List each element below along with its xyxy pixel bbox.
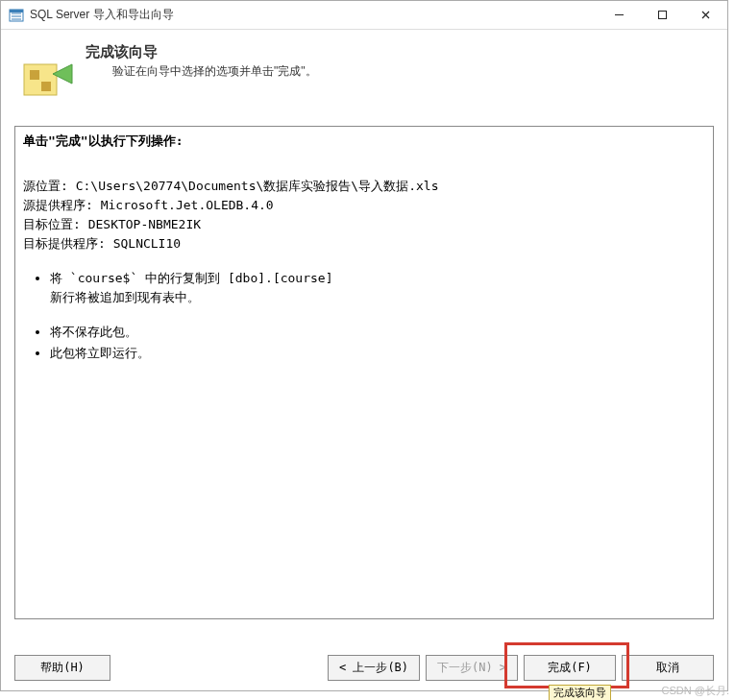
content-border-wrap: 单击"完成"以执行下列操作: 源位置: C:\Users\20774\Docum… (14, 126, 714, 619)
back-button[interactable]: < 上一步(B) (328, 655, 420, 681)
wizard-icon (16, 43, 74, 101)
svg-rect-5 (41, 82, 51, 91)
copy-action: 将 `course$` 中的行复制到 [dbo].[course] (50, 271, 333, 285)
close-button[interactable] (684, 1, 727, 30)
list-item: 此包将立即运行。 (50, 344, 705, 363)
watermark: CSDN @长月. (662, 684, 729, 698)
button-row: 帮助(H) < 上一步(B) 下一步(N) > 完成(F) 取消 (1, 655, 727, 681)
summary-copy-list: 将 `course$` 中的行复制到 [dbo].[course] 新行将被追加… (23, 269, 705, 307)
cancel-button[interactable]: 取消 (622, 655, 714, 681)
help-button[interactable]: 帮助(H) (14, 655, 110, 681)
window-controls (598, 1, 727, 30)
list-item: 将 `course$` 中的行复制到 [dbo].[course] 新行将被追加… (50, 269, 705, 307)
source-provider: 源提供程序: Microsoft.Jet.OLEDB.4.0 (23, 196, 705, 215)
source-location: 源位置: C:\Users\20774\Documents\数据库实验报告\导入… (23, 177, 705, 196)
svg-rect-2 (659, 12, 667, 19)
wizard-header-text: 完成该向导 验证在向导中选择的选项并单击"完成"。 (86, 43, 317, 80)
wizard-window: SQL Server 导入和导出向导 完成该向导 验证在向导中选择的选项并 (0, 0, 728, 691)
dest-provider: 目标提供程序: SQLNCLI10 (23, 234, 705, 253)
svg-rect-3 (24, 64, 57, 95)
minimize-button[interactable] (598, 1, 641, 30)
next-button: 下一步(N) > (426, 655, 518, 681)
list-item: 将不保存此包。 (50, 323, 705, 342)
svg-rect-4 (30, 70, 39, 80)
summary-source-dest: 源位置: C:\Users\20774\Documents\数据库实验报告\导入… (23, 177, 705, 253)
summary-panel: 单击"完成"以执行下列操作: 源位置: C:\Users\20774\Docum… (14, 126, 714, 619)
summary-package-list: 将不保存此包。 此包将立即运行。 (23, 323, 705, 363)
page-subtitle: 验证在向导中选择的选项并单击"完成"。 (86, 63, 317, 80)
maximize-button[interactable] (641, 1, 684, 30)
wizard-header: 完成该向导 验证在向导中选择的选项并单击"完成"。 (1, 30, 727, 114)
app-icon (9, 8, 24, 23)
page-title: 完成该向导 (86, 43, 317, 61)
svg-rect-1 (10, 10, 23, 12)
finish-button[interactable]: 完成(F) (524, 655, 616, 681)
titlebar: SQL Server 导入和导出向导 (1, 1, 727, 30)
finish-tooltip: 完成该向导 (549, 685, 611, 700)
dest-location: 目标位置: DESKTOP-NBME2IK (23, 215, 705, 234)
summary-intro: 单击"完成"以执行下列操作: (23, 133, 705, 150)
window-title: SQL Server 导入和导出向导 (30, 7, 174, 23)
copy-action-sub: 新行将被追加到现有表中。 (50, 288, 705, 307)
